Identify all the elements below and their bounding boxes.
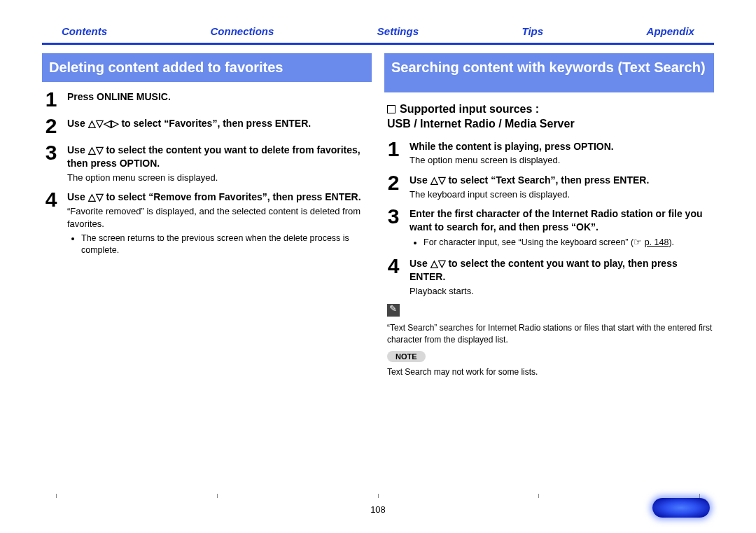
left-step-1: 1 Press ONLINE MUSIC. — [42, 88, 372, 110]
left-title: Deleting content added to favorites — [42, 53, 372, 82]
note-text: Text Search may not work for some lists. — [387, 366, 714, 378]
footer-ticks — [56, 494, 700, 498]
pencil-icon — [387, 304, 400, 317]
step-text: Use △▽ to select the content you want to… — [67, 144, 360, 169]
right-title: Searching content with keywords (Text Se… — [384, 53, 714, 92]
note-badge: NOTE — [387, 351, 426, 362]
supported-value: USB / Internet Radio / Media Server — [387, 118, 575, 130]
step-number: 2 — [42, 114, 60, 137]
step-number: 3 — [42, 141, 60, 163]
step-bullet: The screen returns to the previous scree… — [81, 233, 372, 256]
tip-text: “Text Search” searches for Internet Radi… — [387, 322, 714, 345]
left-step-3: 3 Use △▽ to select the content you want … — [42, 141, 372, 184]
glow-button[interactable] — [652, 498, 710, 518]
nav-connections[interactable]: Connections — [211, 25, 274, 37]
supported-label: Supported input sources : — [400, 103, 539, 115]
step-text: Use △▽ to select the content you want to… — [410, 258, 678, 282]
step-note: “Favorite removed” is displayed, and the… — [67, 205, 372, 230]
left-step-2: 2 Use △▽◁▷ to select “Favorites”, then p… — [42, 114, 372, 137]
step-text: Use △▽◁▷ to select “Favorites”, then pre… — [67, 118, 311, 129]
step-text: Enter the first character of the Interne… — [410, 208, 703, 233]
step-number: 2 — [384, 171, 402, 193]
step-number: 1 — [42, 88, 60, 110]
nav-tips[interactable]: Tips — [522, 25, 544, 37]
right-column: Searching content with keywords (Text Se… — [384, 53, 714, 378]
step-number: 4 — [42, 188, 60, 210]
step-text: Use △▽ to select “Remove from Favorites”… — [67, 191, 361, 202]
nav-settings[interactable]: Settings — [377, 25, 419, 37]
page-ref-link[interactable]: p. 148 — [645, 237, 669, 247]
step-text: Press ONLINE MUSIC. — [67, 91, 171, 102]
step-text: Use △▽ to select “Text Search”, then pre… — [410, 174, 649, 186]
page-number: 108 — [0, 504, 756, 515]
top-nav: Contents Connections Settings Tips Appen… — [42, 25, 714, 45]
left-step-4: 4 Use △▽ to select “Remove from Favorite… — [42, 188, 372, 258]
box-icon — [387, 105, 396, 113]
step-note: Playback starts. — [410, 285, 714, 298]
supported-inputs: Supported input sources : USB / Internet… — [387, 102, 714, 132]
step-note: The option menu screen is displayed. — [67, 172, 372, 184]
step-text: While the content is playing, press OPTI… — [410, 141, 614, 152]
step-bullet: For character input, see “Using the keyb… — [424, 237, 714, 249]
right-step-1: 1 While the content is playing, press OP… — [384, 137, 714, 167]
right-step-3: 3 Enter the first character of the Inter… — [384, 205, 714, 250]
right-step-2: 2 Use △▽ to select “Text Search”, then p… — [384, 171, 714, 200]
nav-appendix[interactable]: Appendix — [647, 25, 694, 37]
step-number: 1 — [384, 137, 402, 160]
left-column: Deleting content added to favorites 1 Pr… — [42, 53, 372, 378]
step-number: 4 — [384, 254, 402, 277]
bullet-post: ). — [668, 237, 674, 247]
step-note: The keyboard input screen is displayed. — [410, 188, 714, 201]
nav-contents[interactable]: Contents — [62, 25, 107, 37]
right-step-4: 4 Use △▽ to select the content you want … — [384, 254, 714, 297]
bullet-pre: For character input, see “Using the keyb… — [424, 237, 642, 247]
step-number: 3 — [384, 205, 402, 227]
step-note: The option menu screen is displayed. — [410, 154, 714, 167]
